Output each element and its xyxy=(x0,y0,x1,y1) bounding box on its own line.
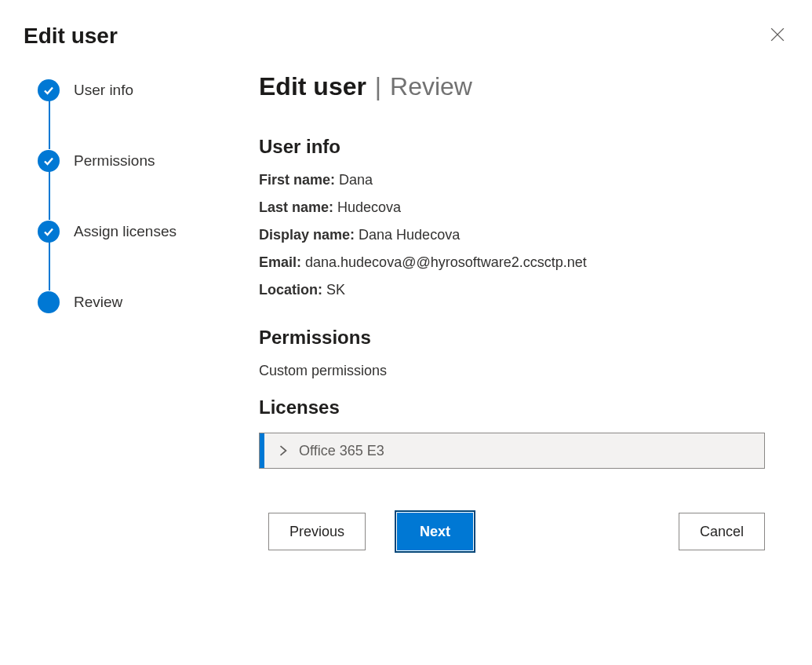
last-name-value: Hudecova xyxy=(337,199,401,215)
location-label: Location xyxy=(259,282,318,298)
check-icon xyxy=(38,150,60,172)
chevron-right-icon xyxy=(275,443,291,459)
step-connector xyxy=(49,242,50,290)
main-content: Edit user | Review User info First name:… xyxy=(259,68,788,550)
user-display-name: Display name: Dana Hudecova xyxy=(259,227,765,243)
first-name-value: Dana xyxy=(339,172,373,188)
step-label: Assign licenses xyxy=(74,223,177,240)
location-value: SK xyxy=(326,282,345,298)
license-label: Office 365 E3 xyxy=(299,443,384,459)
close-icon xyxy=(770,27,785,42)
step-permissions[interactable]: Permissions xyxy=(38,149,228,173)
section-licenses-title: Licenses xyxy=(259,396,765,418)
panel-body: User info Permissions Assign licenses Re xyxy=(24,68,788,550)
step-review[interactable]: Review xyxy=(38,290,228,314)
step-assign-licenses[interactable]: Assign licenses xyxy=(38,220,228,243)
user-location: Location: SK xyxy=(259,282,765,298)
display-name-label: Display name xyxy=(259,227,350,243)
edit-user-panel: Edit user User info Permissions xyxy=(0,0,812,665)
section-permissions-title: Permissions xyxy=(259,327,765,349)
user-email: Email: dana.hudecova@@hyrosoftware2.ccsc… xyxy=(259,254,765,271)
panel-header: Edit user xyxy=(24,16,788,68)
previous-button[interactable]: Previous xyxy=(268,513,366,550)
page-title-primary: Edit user xyxy=(259,72,366,100)
next-button[interactable]: Next xyxy=(397,513,473,550)
accent-bar xyxy=(260,433,264,468)
step-label: User info xyxy=(74,82,133,99)
step-user-info[interactable]: User info xyxy=(38,79,228,102)
step-connector xyxy=(49,100,50,149)
section-user-info-title: User info xyxy=(259,136,765,158)
user-last-name: Last name: Hudecova xyxy=(259,199,765,216)
display-name-value: Dana Hudecova xyxy=(359,227,460,243)
page-title: Edit user | Review xyxy=(259,72,765,101)
current-step-icon xyxy=(38,291,60,313)
wizard-footer: Previous Next Cancel xyxy=(259,513,765,550)
page-title-secondary: Review xyxy=(390,72,472,100)
user-first-name: First name: Dana xyxy=(259,172,765,188)
wizard-stepper: User info Permissions Assign licenses Re xyxy=(24,68,228,550)
step-label: Permissions xyxy=(74,152,155,170)
cancel-button[interactable]: Cancel xyxy=(679,513,765,550)
email-label: Email xyxy=(259,254,297,270)
close-button[interactable] xyxy=(765,22,790,47)
panel-title: Edit user xyxy=(24,24,118,49)
page-title-divider: | xyxy=(373,72,383,100)
step-connector xyxy=(49,171,50,220)
last-name-label: Last name xyxy=(259,199,329,215)
check-icon xyxy=(38,79,60,101)
first-name-label: First name xyxy=(259,172,330,188)
email-value: dana.hudecova@@hyrosoftware2.ccsctp.net xyxy=(305,254,587,270)
step-label: Review xyxy=(74,294,122,311)
license-expander[interactable]: Office 365 E3 xyxy=(259,433,765,469)
permissions-summary: Custom permissions xyxy=(259,363,765,379)
check-icon xyxy=(38,221,60,243)
